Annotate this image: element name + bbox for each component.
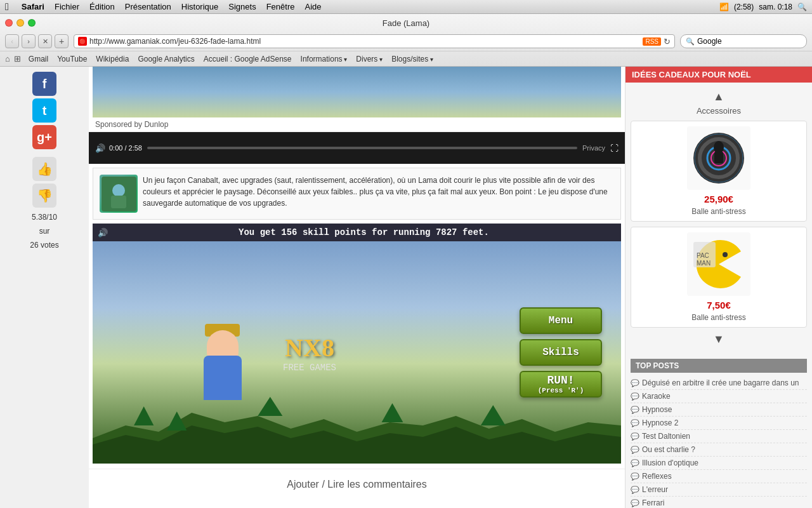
post-item-7[interactable]: 💬 Reflexes [631, 470, 807, 483]
post-item-1[interactable]: 💬 Karaoke [631, 390, 807, 403]
accessories-label: Accessoires [631, 106, 807, 116]
bookmark-gmail[interactable]: Gmail [25, 53, 52, 65]
game-thumbnail [100, 175, 138, 213]
nx8-logo: NX8 FREE GAMES [283, 333, 336, 373]
comments-section: Ajouter / Lire les commentaires [89, 469, 625, 500]
post-icon-6: 💬 [631, 459, 639, 467]
close-button[interactable] [5, 19, 13, 27]
product-pacman-image: PAC MAN [687, 232, 750, 296]
post-item-4[interactable]: 💬 Test Daltonien [631, 430, 807, 443]
minimize-button[interactable] [16, 19, 24, 27]
post-item-6[interactable]: 💬 Illusion d'optique [631, 457, 807, 470]
post-link-4: Test Daltonien [642, 432, 690, 441]
safari-menu[interactable]: Safari [22, 2, 44, 11]
url-favicon: 🔴 [78, 37, 87, 46]
bookmark-divers[interactable]: Divers [352, 53, 386, 65]
clock: sam. 0:18 [759, 3, 792, 11]
pacman-icon: PAC MAN [690, 236, 747, 293]
menubar-right: 📶 (2:58) sam. 0:18 🔍 [719, 3, 807, 11]
presentation-menu[interactable]: Présentation [125, 2, 171, 11]
facebook-button[interactable]: f [32, 72, 56, 96]
fichier-menu[interactable]: Fichier [55, 2, 79, 11]
post-item-8[interactable]: 💬 L'erreur [631, 483, 807, 497]
aide-menu[interactable]: Aide [304, 2, 321, 11]
post-link-2: Hypnose [642, 405, 672, 414]
post-item-2[interactable]: 💬 Hypnose [631, 403, 807, 417]
privacy-button[interactable]: Privacy [582, 144, 605, 152]
post-icon-2: 💬 [631, 406, 639, 414]
fenetre-menu[interactable]: Fenêtre [266, 2, 295, 11]
post-icon-8: 💬 [631, 486, 639, 494]
run-label: RUN! [547, 374, 574, 387]
historique-menu[interactable]: Historique [181, 2, 219, 11]
twitter-button[interactable]: t [32, 98, 56, 123]
zoom-button[interactable] [28, 19, 36, 27]
accessories-nav-up[interactable]: ▲ [631, 90, 807, 104]
game-sound-icon[interactable]: 🔊 [98, 228, 108, 237]
grid-icon[interactable]: ⊞ [14, 54, 21, 64]
close-tab-button[interactable]: ✕ [38, 34, 52, 48]
menu-button[interactable]: Menu [520, 307, 602, 334]
thumbs-down-button[interactable]: 👎 [32, 184, 56, 208]
apple-menu[interactable]:  [5, 1, 9, 13]
comments-link[interactable]: Ajouter / Lire les commentaires [287, 479, 427, 490]
back-button[interactable]: ‹ [5, 34, 19, 48]
description-box: Un jeu façon Canabalt, avec upgrades (sa… [93, 168, 621, 220]
thumbs-up-button[interactable]: 👍 [32, 157, 56, 181]
post-item-9[interactable]: 💬 Ferrari [631, 497, 807, 508]
progress-bar[interactable] [147, 147, 577, 149]
new-tab-button[interactable]: + [55, 34, 69, 48]
post-link-8: L'erreur [642, 485, 668, 494]
bookmark-adsense[interactable]: Accueil : Google AdSense [200, 53, 296, 65]
post-link-1: Karaoke [642, 392, 671, 401]
skills-button[interactable]: Skills [520, 339, 602, 366]
post-item-0[interactable]: 💬 Déguisé en arbitre il crée une bagarre… [631, 377, 807, 390]
search-menubar-icon[interactable]: 🔍 [797, 3, 807, 11]
gplus-button[interactable]: g+ [32, 125, 56, 149]
game-title: NX8 [283, 333, 336, 363]
bookmark-blogs[interactable]: Blogs/sites [388, 53, 437, 65]
bookmark-youtube[interactable]: YouTube [53, 53, 91, 65]
accessories-nav-down[interactable]: ▼ [631, 333, 807, 346]
url-bar[interactable]: 🔴 http://www.gamaniak.com/jeu-6326-fade-… [74, 34, 675, 48]
sidebar-header: IDÉES CADEAUX POUR NOËL [625, 67, 812, 83]
svg-point-1 [112, 184, 125, 197]
rss-button[interactable]: RSS [643, 37, 661, 46]
search-icon: 🔍 [686, 37, 695, 46]
bookmarks-icon[interactable]: ⌂ [5, 54, 10, 64]
product-pacman: PAC MAN 7,50€ Balle anti-stress [631, 227, 807, 328]
post-icon-3: 💬 [631, 419, 639, 427]
volume-icon[interactable]: 🔊 [95, 144, 105, 153]
post-icon-7: 💬 [631, 472, 639, 481]
post-link-5: Ou est charlie ? [642, 445, 695, 454]
search-placeholder: Google [697, 37, 722, 46]
svg-marker-8 [382, 403, 403, 422]
signets-menu[interactable]: Signets [228, 2, 256, 11]
forward-button[interactable]: › [22, 34, 36, 48]
bookmark-wikipedia[interactable]: Wikipédia [92, 53, 133, 65]
url-text: http://www.gamaniak.com/jeu-6326-fade-la… [89, 37, 640, 46]
video-player: 🔊 0:00 / 2:58 Privacy ⛶ [89, 132, 625, 164]
product-pacman-price: 7,50€ [636, 300, 801, 311]
refresh-button[interactable]: ↻ [664, 37, 671, 46]
rating-votes-sur: sur [39, 227, 50, 236]
post-icon-5: 💬 [631, 446, 639, 454]
window-title: Fade (Lama) [383, 18, 429, 28]
post-item-5[interactable]: 💬 Ou est charlie ? [631, 443, 807, 457]
bookmark-analytics[interactable]: Google Analytics [134, 53, 198, 65]
post-item-3[interactable]: 💬 Hypnose 2 [631, 417, 807, 430]
bookmark-informations[interactable]: Informations [297, 53, 351, 65]
main-content: Sponsored by Dunlop 🔊 0:00 / 2:58 Privac… [89, 67, 625, 508]
right-sidebar: IDÉES CADEAUX POUR NOËL ▲ Accessoires [625, 67, 812, 508]
top-posts-section: TOP POSTS 💬 Déguisé en arbitre il crée u… [625, 354, 812, 508]
svg-marker-5 [134, 406, 154, 425]
search-bar[interactable]: 🔍 Google [680, 34, 807, 48]
game-subtitle: FREE GAMES [283, 363, 336, 373]
game-canvas: 🔊 You get 156 skill points for running 7… [93, 224, 621, 465]
game-screen[interactable]: NX8 FREE GAMES Menu Skills RUN! (Press '… [93, 241, 621, 464]
content-area: f t g+ 👍 👎 5.38/10 sur 26 votes Sponsore… [0, 67, 812, 508]
fullscreen-button[interactable]: ⛶ [610, 144, 619, 153]
svg-text:PAC: PAC [697, 252, 709, 259]
edition-menu[interactable]: Édition [89, 2, 115, 11]
svg-marker-7 [258, 397, 282, 416]
